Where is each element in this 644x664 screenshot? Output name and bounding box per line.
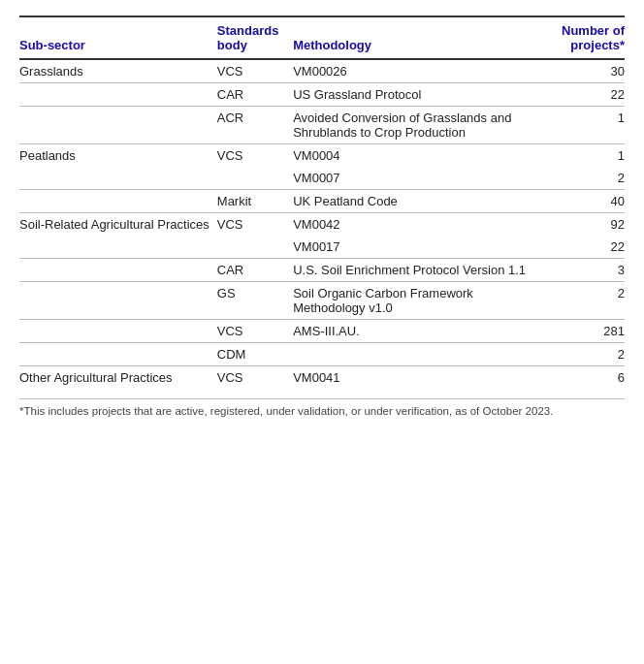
table-row: Other Agricultural PracticesVCSVM00416 <box>19 366 625 390</box>
cell-standards: VCS <box>217 59 293 83</box>
cell-methodology: Avoided Conversion of Grasslands and Shr… <box>293 107 544 144</box>
cell-subsector <box>19 282 217 320</box>
cell-standards: VCS <box>217 366 293 390</box>
cell-methodology: VM0004 <box>293 144 544 168</box>
table-row: GrasslandsVCSVM0002630 <box>19 59 625 83</box>
cell-subsector: Soil-Related Agricultural Practices <box>19 213 217 237</box>
cell-methodology: Soil Organic Carbon Framework Methodolog… <box>293 282 544 320</box>
cell-projects: 281 <box>544 320 625 343</box>
cell-standards: CAR <box>217 83 293 107</box>
cell-methodology: VM0017 <box>293 236 544 259</box>
table-row: VM001722 <box>19 236 625 259</box>
cell-standards: GS <box>217 282 293 320</box>
cell-subsector <box>19 259 217 282</box>
cell-subsector: Other Agricultural Practices <box>19 366 217 390</box>
cell-standards: VCS <box>217 320 293 343</box>
table-row: CARU.S. Soil Enrichment Protocol Version… <box>19 259 625 282</box>
cell-methodology: VM00026 <box>293 59 544 83</box>
table-row: CARUS Grassland Protocol22 <box>19 83 625 107</box>
data-table: Sub-sector Standards body Methodology Nu… <box>19 16 625 389</box>
cell-projects: 22 <box>544 83 625 107</box>
cell-projects: 2 <box>544 343 625 366</box>
cell-methodology: AMS-III.AU. <box>293 320 544 343</box>
cell-subsector <box>19 83 217 107</box>
cell-projects: 1 <box>544 144 625 168</box>
table-row: VCSAMS-III.AU.281 <box>19 320 625 343</box>
cell-methodology: VM0007 <box>293 167 544 190</box>
cell-projects: 2 <box>544 167 625 190</box>
cell-subsector <box>19 236 217 259</box>
header-standards: Standards body <box>217 16 293 59</box>
table-row: ACRAvoided Conversion of Grasslands and … <box>19 107 625 144</box>
cell-standards: CAR <box>217 259 293 282</box>
header-subsector: Sub-sector <box>19 16 217 59</box>
cell-subsector: Peatlands <box>19 144 217 168</box>
footnote: *This includes projects that are active,… <box>19 398 625 417</box>
cell-methodology: US Grassland Protocol <box>293 83 544 107</box>
cell-projects: 3 <box>544 259 625 282</box>
cell-projects: 2 <box>544 282 625 320</box>
cell-standards: VCS <box>217 213 293 237</box>
header-methodology: Methodology <box>293 16 544 59</box>
cell-methodology: UK Peatland Code <box>293 190 544 213</box>
cell-standards <box>217 236 293 259</box>
cell-projects: 92 <box>544 213 625 237</box>
cell-projects: 6 <box>544 366 625 390</box>
cell-methodology: U.S. Soil Enrichment Protocol Version 1.… <box>293 259 544 282</box>
table-row: GSSoil Organic Carbon Framework Methodol… <box>19 282 625 320</box>
cell-standards: VCS <box>217 144 293 168</box>
cell-subsector <box>19 167 217 190</box>
cell-subsector: Grasslands <box>19 59 217 83</box>
cell-methodology: VM0042 <box>293 213 544 237</box>
cell-subsector <box>19 190 217 213</box>
cell-projects: 1 <box>544 107 625 144</box>
cell-methodology <box>293 343 544 366</box>
table-row: CDM2 <box>19 343 625 366</box>
cell-standards: ACR <box>217 107 293 144</box>
table-row: MarkitUK Peatland Code40 <box>19 190 625 213</box>
cell-subsector <box>19 320 217 343</box>
header-projects: Number of projects* <box>544 16 625 59</box>
table-row: PeatlandsVCSVM00041 <box>19 144 625 168</box>
cell-subsector <box>19 107 217 144</box>
cell-projects: 22 <box>544 236 625 259</box>
cell-standards <box>217 167 293 190</box>
cell-subsector <box>19 343 217 366</box>
cell-standards: Markit <box>217 190 293 213</box>
cell-methodology: VM0041 <box>293 366 544 390</box>
cell-standards: CDM <box>217 343 293 366</box>
cell-projects: 30 <box>544 59 625 83</box>
table-row: VM00072 <box>19 167 625 190</box>
table-row: Soil-Related Agricultural PracticesVCSVM… <box>19 213 625 237</box>
cell-projects: 40 <box>544 190 625 213</box>
